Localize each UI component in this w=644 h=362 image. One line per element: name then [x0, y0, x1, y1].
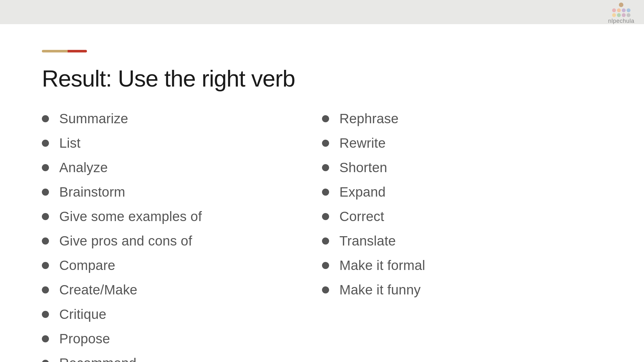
list-text-analyze: Analyze — [59, 160, 108, 175]
list-item: Analyze — [42, 160, 322, 175]
list-text-create: Create/Make — [59, 282, 137, 298]
list-text-list: List — [59, 135, 80, 151]
topbar — [0, 0, 644, 24]
list-text-translate: Translate — [339, 233, 396, 249]
bullet-icon — [322, 286, 329, 293]
list-item: Expand — [322, 184, 602, 200]
bullet-icon — [322, 164, 329, 171]
list-columns: Summarize List Analyze Brainstorm Give s… — [42, 111, 602, 362]
list-item: Brainstorm — [42, 184, 322, 200]
bullet-icon — [322, 213, 329, 220]
logo-dot-4 — [627, 8, 630, 12]
list-text-propose: Propose — [59, 331, 110, 347]
bullet-icon — [322, 140, 329, 147]
bullet-icon — [42, 237, 49, 245]
list-item: Rephrase — [322, 111, 602, 126]
deco-red — [68, 50, 87, 52]
list-text-brainstorm: Brainstorm — [59, 184, 125, 200]
bullet-icon — [322, 189, 329, 196]
bullet-icon — [42, 311, 49, 318]
bullet-icon — [322, 115, 329, 122]
bullet-icon — [42, 262, 49, 269]
logo-dot-8 — [627, 13, 630, 17]
left-column: Summarize List Analyze Brainstorm Give s… — [42, 111, 322, 362]
bullet-icon — [42, 335, 49, 342]
bullet-icon — [42, 286, 49, 293]
list-text-critique: Critique — [59, 307, 106, 322]
bullet-icon — [42, 115, 49, 122]
list-item: Make it funny — [322, 282, 602, 298]
logo-dot-1 — [612, 8, 616, 12]
bullet-icon — [42, 164, 49, 171]
list-text-make-funny: Make it funny — [339, 282, 421, 298]
deco-gold — [42, 50, 68, 52]
list-text-give-examples: Give some examples of — [59, 209, 202, 224]
page-title: Result: Use the right verb — [42, 65, 602, 92]
list-text-expand: Expand — [339, 184, 386, 200]
list-item: Shorten — [322, 160, 602, 175]
logo-dot-top — [619, 3, 623, 7]
list-item: Make it formal — [322, 258, 602, 273]
list-item: Create/Make — [42, 282, 322, 298]
bullet-icon — [42, 213, 49, 220]
list-item: Recommend — [42, 356, 322, 362]
list-item: List — [42, 135, 322, 151]
logo-text: nlpechula — [608, 18, 634, 24]
list-item: Rewrite — [322, 135, 602, 151]
bullet-icon — [42, 140, 49, 147]
list-item: Give pros and cons of — [42, 233, 322, 249]
list-text-recommend: Recommend — [59, 356, 137, 362]
logo-dot-6 — [617, 13, 621, 17]
list-text-shorten: Shorten — [339, 160, 387, 175]
list-item: Summarize — [42, 111, 322, 126]
list-text-make-formal: Make it formal — [339, 258, 425, 273]
list-item: Critique — [42, 307, 322, 322]
right-column: Rephrase Rewrite Shorten Expand Correct … — [322, 111, 602, 362]
list-text-rewrite: Rewrite — [339, 135, 386, 151]
list-item: Give some examples of — [42, 209, 322, 224]
list-text-pros-cons: Give pros and cons of — [59, 233, 192, 249]
bullet-icon — [322, 262, 329, 269]
list-text-summarize: Summarize — [59, 111, 128, 126]
list-text-compare: Compare — [59, 258, 115, 273]
logo-area: nlpechula — [608, 3, 634, 24]
logo-dot-3 — [622, 8, 626, 12]
logo-dot-7 — [622, 13, 626, 17]
bullet-icon — [42, 360, 49, 362]
list-item: Propose — [42, 331, 322, 347]
logo-dot-5 — [612, 13, 616, 17]
main-content: Result: Use the right verb Summarize Lis… — [0, 24, 644, 362]
bullet-icon — [42, 189, 49, 196]
deco-bar — [42, 50, 602, 52]
logo-dot-2 — [617, 8, 621, 12]
list-item: Correct — [322, 209, 602, 224]
list-text-correct: Correct — [339, 209, 384, 224]
list-item: Compare — [42, 258, 322, 273]
list-item: Translate — [322, 233, 602, 249]
bullet-icon — [322, 237, 329, 245]
list-text-rephrase: Rephrase — [339, 111, 399, 126]
logo-dots-grid — [612, 8, 630, 17]
